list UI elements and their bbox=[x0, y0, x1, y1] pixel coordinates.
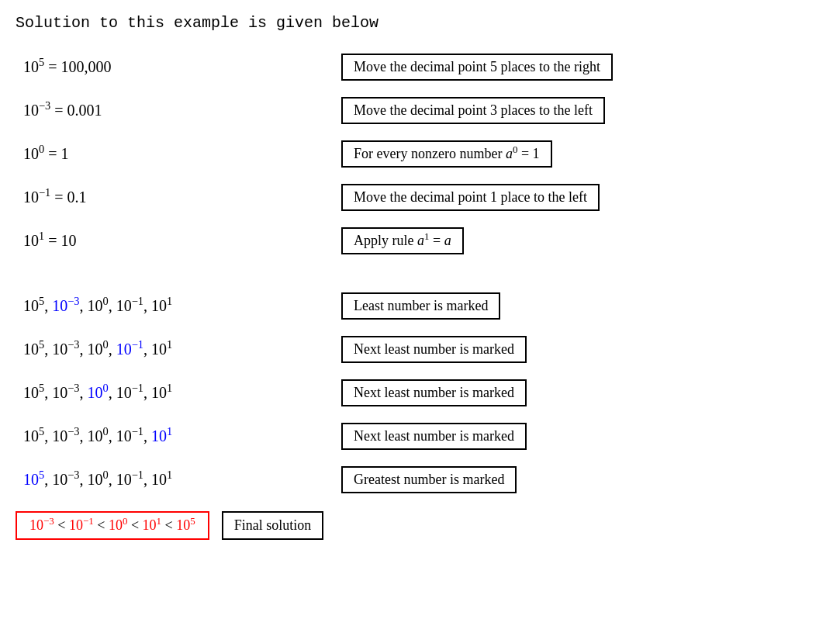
box-10-1: Apply rule a1 = a bbox=[341, 227, 464, 254]
row-10-neg1: 10−1 = 0.1 Move the decimal point 1 plac… bbox=[16, 179, 824, 215]
final-row: 10−3 < 10−1 < 100 < 101 < 105 Final solu… bbox=[16, 511, 824, 540]
row-10-1: 101 = 10 Apply rule a1 = a bbox=[16, 223, 824, 258]
sort-math-4: 105, 10−3, 100, 10−1, 101 bbox=[16, 427, 341, 445]
sort-row-4: 105, 10−3, 100, 10−1, 101 Next least num… bbox=[16, 418, 824, 454]
sort-box-4: Next least number is marked bbox=[341, 423, 527, 450]
label-10-0: For every nonzero number a0 = 1 bbox=[341, 140, 824, 168]
sort-label-2: Next least number is marked bbox=[341, 336, 824, 363]
row-10-0: 100 = 1 For every nonzero number a0 = 1 bbox=[16, 136, 824, 171]
sort-math-1: 105, 10−3, 100, 10−1, 101 bbox=[16, 297, 341, 315]
sort-row-2: 105, 10−3, 100, 10−1, 101 Next least num… bbox=[16, 331, 824, 367]
box-10-5: Move the decimal point 5 places to the r… bbox=[341, 54, 613, 81]
box-10-neg1: Move the decimal point 1 place to the le… bbox=[341, 184, 600, 211]
sort-math-2: 105, 10−3, 100, 10−1, 101 bbox=[16, 341, 341, 358]
final-expression: 10−3 < 10−1 < 100 < 101 < 105 bbox=[16, 511, 209, 540]
label-10-neg3: Move the decimal point 3 places to the l… bbox=[341, 97, 824, 124]
sort-label-3: Next least number is marked bbox=[341, 379, 824, 406]
sort-row-3: 105, 10−3, 100, 10−1, 101 Next least num… bbox=[16, 375, 824, 410]
box-10-0: For every nonzero number a0 = 1 bbox=[341, 140, 552, 168]
sort-box-3: Next least number is marked bbox=[341, 379, 527, 406]
sort-box-2: Next least number is marked bbox=[341, 336, 527, 363]
sort-row-5: 105, 10−3, 100, 10−1, 101 Greatest numbe… bbox=[16, 462, 824, 497]
sort-math-3: 105, 10−3, 100, 10−1, 101 bbox=[16, 384, 341, 402]
box-10-neg3: Move the decimal point 3 places to the l… bbox=[341, 97, 605, 124]
sort-box-1: Least number is marked bbox=[341, 292, 500, 320]
math-10-1: 101 = 10 bbox=[16, 232, 341, 250]
sort-label-1: Least number is marked bbox=[341, 292, 824, 320]
sort-label-5: Greatest number is marked bbox=[341, 466, 824, 493]
math-10-neg3: 10−3 = 0.001 bbox=[16, 102, 341, 119]
sort-label-4: Next least number is marked bbox=[341, 423, 824, 450]
label-10-1: Apply rule a1 = a bbox=[341, 227, 824, 254]
label-10-neg1: Move the decimal point 1 place to the le… bbox=[341, 184, 824, 211]
math-10-5: 105 = 100,000 bbox=[16, 58, 341, 76]
header: Solution to this example is given below bbox=[16, 14, 824, 32]
label-10-5: Move the decimal point 5 places to the r… bbox=[341, 54, 824, 81]
row-10-neg3: 10−3 = 0.001 Move the decimal point 3 pl… bbox=[16, 92, 824, 128]
row-10-5: 105 = 100,000 Move the decimal point 5 p… bbox=[16, 49, 824, 85]
final-label: Final solution bbox=[222, 511, 324, 540]
math-10-neg1: 10−1 = 0.1 bbox=[16, 188, 341, 206]
sort-box-5: Greatest number is marked bbox=[341, 466, 517, 493]
math-10-0: 100 = 1 bbox=[16, 145, 341, 163]
sort-math-5: 105, 10−3, 100, 10−1, 101 bbox=[16, 471, 341, 489]
sort-row-1: 105, 10−3, 100, 10−1, 101 Least number i… bbox=[16, 288, 824, 323]
